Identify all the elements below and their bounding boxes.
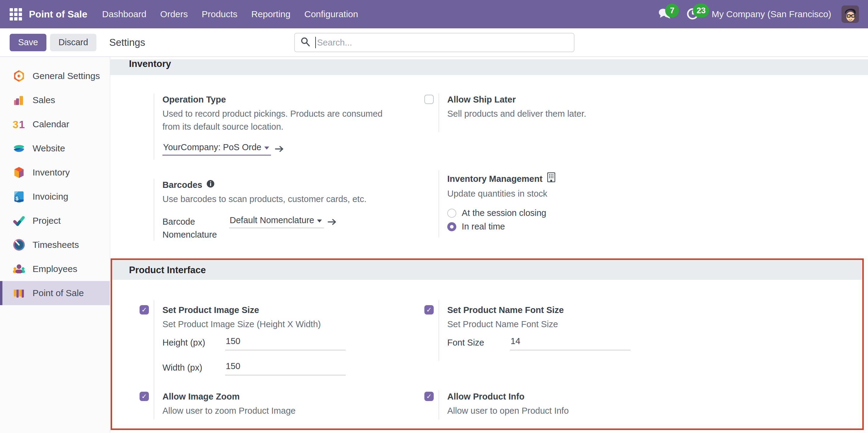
check-icon: ✓	[426, 307, 432, 313]
allow-ship-later-checkbox[interactable]	[424, 95, 434, 104]
sidebar-item-calendar[interactable]: 3 1 Calendar	[0, 112, 110, 136]
radio-at-session-closing[interactable]: At the session closing	[447, 208, 686, 218]
field-label-height: Height (px)	[162, 336, 225, 349]
sidebar-item-timesheets[interactable]: Timesheets	[0, 233, 110, 257]
allow-product-info-checkbox[interactable]: ✓	[424, 392, 434, 401]
inventory-icon	[12, 166, 26, 179]
set-product-name-font-size-checkbox[interactable]: ✓	[424, 305, 434, 315]
menu-orders[interactable]: Orders	[153, 0, 195, 28]
discard-button[interactable]: Discard	[50, 34, 96, 51]
sidebar-item-project[interactable]: Project	[0, 209, 110, 233]
apps-grid-icon[interactable]	[9, 7, 22, 21]
setting-operation-type: Operation Type Used to record product pi…	[154, 93, 425, 160]
check-icon: ✓	[426, 393, 432, 400]
sidebar-item-website[interactable]: Website	[0, 136, 110, 161]
user-avatar[interactable]	[841, 5, 859, 23]
height-input[interactable]: 150	[225, 336, 346, 350]
sidebar-item-invoicing[interactable]: $ Invoicing	[0, 184, 110, 209]
sidebar-item-employees[interactable]: Employees	[0, 257, 110, 281]
activities-count-badge: 23	[693, 4, 709, 18]
svg-text:1: 1	[19, 119, 25, 130]
svg-text:$: $	[16, 195, 19, 201]
sidebar-item-inventory[interactable]: Inventory	[0, 161, 110, 184]
app-name[interactable]: Point of Sale	[29, 9, 87, 20]
chevron-down-icon	[264, 147, 269, 149]
building-icon	[547, 172, 556, 185]
save-button[interactable]: Save	[10, 34, 46, 51]
section-header-inventory: Inventory	[110, 59, 868, 75]
breadcrumb: Settings	[109, 37, 145, 48]
radio-icon	[447, 209, 456, 218]
section-header-product-interface: Product Interface	[112, 260, 862, 280]
sidebar-item-sales[interactable]: Sales	[0, 88, 110, 112]
radio-in-real-time[interactable]: In real time	[447, 222, 686, 232]
company-switcher[interactable]: My Company (San Francisco)	[712, 9, 831, 19]
barcode-nomenclature-select[interactable]: Default Nomenclature	[229, 215, 324, 228]
project-icon	[12, 214, 26, 228]
search-input[interactable]	[317, 38, 568, 48]
field-label-font-size: Font Size	[447, 336, 510, 349]
font-size-input[interactable]: 14	[510, 336, 630, 350]
allow-image-zoom-checkbox[interactable]: ✓	[140, 392, 149, 401]
setting-inventory-management: Inventory Management Update quantities i…	[438, 170, 686, 237]
menu-products[interactable]: Products	[195, 0, 244, 28]
internal-link-arrow-icon[interactable]	[327, 218, 337, 226]
field-label-barcode-nomenclature: Barcode Nomenclature	[162, 215, 221, 241]
menu-dashboard[interactable]: Dashboard	[95, 0, 153, 28]
width-input[interactable]: 150	[225, 361, 346, 375]
check-icon: ✓	[141, 393, 147, 400]
highlight-red-box: Product Interface ✓ Set Product Image Si…	[111, 258, 864, 430]
employees-icon	[12, 262, 26, 276]
calendar-icon: 3 1	[12, 117, 26, 131]
settings-content: Inventory Operation Type Used to record …	[110, 57, 868, 433]
setting-barcodes: Barcodes Use barcodes to scan products, …	[154, 179, 425, 241]
operation-type-select[interactable]: YourCompany: PoS Orde	[162, 142, 271, 155]
info-icon	[207, 179, 215, 191]
sales-icon	[12, 93, 26, 107]
field-label-width: Width (px)	[162, 361, 225, 374]
main-menu: Dashboard Orders Products Reporting Conf…	[95, 0, 365, 28]
sidebar-item-general-settings[interactable]: General Settings	[0, 64, 110, 88]
svg-text:3: 3	[13, 119, 19, 130]
setting-label: Operation Type	[162, 93, 425, 106]
setting-allow-image-zoom: ✓ Allow Image Zoom Allow user to zoom Pr…	[154, 391, 413, 420]
point-of-sale-icon	[12, 286, 26, 300]
setting-allow-ship-later: Allow Ship Later Sell products and deliv…	[438, 93, 686, 132]
settings-sidebar: General Settings Sales 3 1 Calendar	[0, 57, 110, 433]
control-panel: Save Discard Settings	[0, 28, 868, 57]
setting-allow-product-info: ✓ Allow Product Info Allow user to open …	[438, 391, 698, 420]
general-settings-icon	[12, 69, 26, 83]
text-cursor	[315, 37, 316, 48]
menu-configuration[interactable]: Configuration	[298, 0, 365, 28]
chevron-down-icon	[317, 220, 322, 223]
activities-button[interactable]: 23	[684, 5, 701, 23]
search-box[interactable]	[294, 33, 575, 52]
top-navbar: Point of Sale Dashboard Orders Products …	[0, 0, 868, 28]
messages-count-badge: 7	[665, 4, 679, 18]
timesheets-icon	[12, 238, 26, 252]
internal-link-arrow-icon[interactable]	[275, 145, 284, 152]
menu-reporting[interactable]: Reporting	[244, 0, 298, 28]
search-icon	[300, 37, 310, 48]
website-icon	[12, 141, 26, 155]
sidebar-item-point-of-sale[interactable]: Point of Sale	[0, 281, 110, 305]
messages-button[interactable]: 7	[656, 5, 674, 23]
setting-set-product-name-font-size: ✓ Set Product Name Font Size Set Product…	[438, 300, 698, 360]
radio-icon	[447, 222, 456, 231]
check-icon: ✓	[141, 307, 147, 313]
setting-set-product-image-size: ✓ Set Product Image Size Set Product Ima…	[154, 300, 413, 393]
set-product-image-size-checkbox[interactable]: ✓	[140, 305, 149, 315]
invoicing-icon: $	[12, 190, 26, 204]
setting-description: Used to record product pickings. Product…	[162, 107, 398, 133]
